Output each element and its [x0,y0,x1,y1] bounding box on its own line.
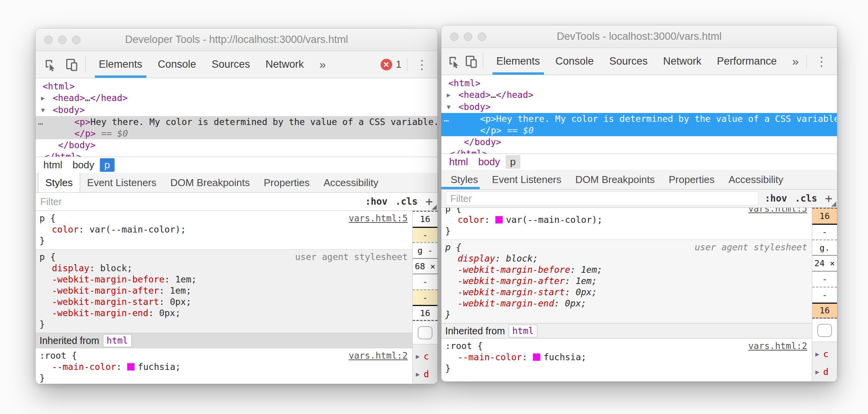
tab-accessibility[interactable]: Accessibility [317,173,386,192]
node-html-open[interactable]: <html> [36,80,437,92]
box-model-padding-value[interactable]: - [413,274,437,289]
collapse-arrow-icon[interactable]: ▼ [447,101,458,113]
rule-selector[interactable]: :root { [445,340,483,352]
css-property[interactable]: -webkit-margin-before: 1em; [39,274,408,285]
show-all-checkbox[interactable] [418,326,432,339]
node-gutter-ellipsis[interactable]: … [38,116,43,128]
breadcrumb-html[interactable]: html [444,155,473,169]
inspect-element-icon[interactable] [445,48,463,75]
rule-selector[interactable]: p { [39,213,56,224]
computed-property-row[interactable]: ▶d [815,363,837,381]
tab-properties[interactable]: Properties [662,170,722,189]
color-swatch[interactable] [127,363,135,371]
box-model-border-value[interactable]: - [812,287,837,303]
box-model-content-size[interactable]: 24 × [812,255,837,271]
box-model-margin-value[interactable]: 16 [413,305,437,321]
show-all-checkbox[interactable] [817,324,832,337]
tab-console[interactable]: Console [150,51,204,78]
more-tabs-chevron-icon[interactable]: » [784,48,806,75]
menu-dots-icon[interactable]: ⋮ [812,54,831,69]
resize-grip-icon[interactable] [831,202,836,207]
device-toolbar-icon[interactable] [61,51,83,78]
selected-node-p[interactable]: … <p>Hey there. My color is determined b… [441,113,837,136]
box-model-padding-value[interactable]: g. [812,240,837,255]
cls-toggle[interactable]: .cls [395,196,418,207]
rule-selector[interactable]: :root { [39,350,77,361]
inherited-node-chip[interactable]: html [509,325,537,337]
breadcrumb-html[interactable]: html [39,158,67,172]
menu-dots-icon[interactable]: ⋮ [413,57,431,72]
css-property[interactable]: -webkit-margin-end: 0px; [39,308,408,319]
tab-elements[interactable]: Elements [489,48,548,75]
css-property[interactable]: -webkit-margin-after: 1em; [445,275,807,287]
rule-selector[interactable]: p { [39,251,56,263]
titlebar[interactable]: Developer Tools - http://localhost:3000/… [36,29,437,51]
stylesheet-link[interactable]: vars.html:2 [748,340,807,352]
css-rule-user-agent[interactable]: p {user agent stylesheet display: block;… [441,240,812,323]
css-rule-p[interactable]: p {vars.html:5 color: var(--main-color);… [441,208,812,240]
inherited-node-chip[interactable]: html [103,334,131,347]
hov-toggle[interactable]: :hov [765,193,787,204]
tab-console[interactable]: Console [548,48,602,75]
tab-dom-breakpoints[interactable]: DOM Breakpoints [568,170,662,189]
tab-elements[interactable]: Elements [91,51,150,78]
css-property[interactable]: -webkit-margin-start: 0px; [445,287,807,298]
node-head[interactable]: ▶<head>…</head> [36,92,437,104]
collapse-arrow-icon[interactable]: ▼ [41,104,53,116]
expand-arrow-icon[interactable]: ▶ [815,368,819,376]
expand-arrow-icon[interactable]: ▶ [815,350,819,358]
hov-toggle[interactable]: :hov [365,196,388,207]
tab-sources[interactable]: Sources [204,51,258,78]
stylesheet-link[interactable]: vars.html:2 [349,350,408,361]
box-model-border-value[interactable]: - [413,227,437,243]
minimize-window-button[interactable] [464,33,472,41]
minimize-window-button[interactable] [58,36,67,44]
node-head[interactable]: ▶<head>…</head> [441,89,837,101]
breadcrumb-p[interactable]: p [506,155,520,169]
tab-properties[interactable]: Properties [257,173,317,192]
computed-property-row[interactable]: ▶d [416,365,437,383]
box-model-margin-value[interactable]: 16 [812,208,837,224]
zoom-window-button[interactable] [478,33,486,41]
tab-event-listeners[interactable]: Event Listeners [485,170,568,189]
css-rule-root[interactable]: :root {vars.html:2 --main-color: fuchsia… [441,339,812,377]
css-property[interactable]: display: block; [445,253,807,264]
css-property[interactable]: -webkit-margin-start: 0px; [39,296,408,308]
breadcrumb-body[interactable]: body [473,155,504,169]
tab-network[interactable]: Network [655,48,709,75]
css-rule-p[interactable]: p {vars.html:5 color: var(--main-color);… [36,211,412,249]
expand-arrow-icon[interactable]: ▶ [41,92,53,104]
node-body-close[interactable]: </body> [36,139,437,151]
box-model-border-value[interactable]: - [413,289,437,305]
expand-arrow-icon[interactable]: ▶ [447,89,458,101]
css-property[interactable]: color: var(--main-color); [445,214,807,226]
box-model-padding-value[interactable]: g - [413,242,437,258]
filter-input[interactable] [40,196,365,207]
stylesheet-link[interactable]: vars.html:5 [349,213,408,224]
rule-selector[interactable]: p { [445,242,461,253]
tab-sources[interactable]: Sources [602,48,655,75]
tab-dom-breakpoints[interactable]: DOM Breakpoints [163,173,257,192]
zoom-window-button[interactable] [72,36,81,44]
tab-performance[interactable]: Performance [709,48,785,75]
box-model-margin-value[interactable]: 16 [413,211,437,227]
stylesheet-link[interactable]: vars.html:5 [748,208,807,214]
breadcrumb-p[interactable]: p [100,158,115,172]
box-model-border-value[interactable]: - [812,224,837,240]
close-window-button[interactable] [44,36,53,44]
node-body-open[interactable]: ▼<body> [441,101,837,113]
node-gutter-ellipsis[interactable]: … [444,113,449,125]
rule-selector[interactable]: p { [445,208,461,214]
color-swatch[interactable] [495,216,503,224]
css-rule-user-agent[interactable]: p {user agent stylesheet display: block;… [36,249,412,333]
breadcrumb-body[interactable]: body [68,158,99,172]
tab-accessibility[interactable]: Accessibility [722,170,791,189]
node-body-open[interactable]: ▼<body> [36,104,437,116]
box-model-content-size[interactable]: 68 × [413,258,437,274]
error-badge[interactable]: ✕ 1 [381,58,401,70]
css-property[interactable]: -webkit-margin-before: 1em; [445,264,807,275]
titlebar[interactable]: DevTools - localhost:3000/vars.html [441,26,837,48]
cls-toggle[interactable]: .cls [795,193,817,204]
tab-network[interactable]: Network [258,51,312,78]
more-tabs-chevron-icon[interactable]: » [312,51,334,78]
